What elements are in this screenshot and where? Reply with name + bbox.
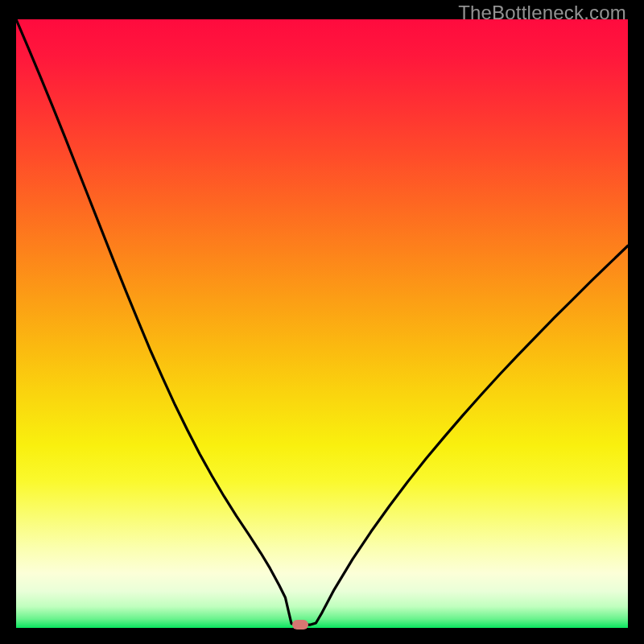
curve-svg	[16, 19, 628, 628]
bottleneck-curve	[16, 19, 628, 625]
plot-area	[16, 19, 628, 628]
minimum-marker	[292, 620, 308, 630]
chart-frame: TheBottleneck.com	[0, 0, 644, 644]
